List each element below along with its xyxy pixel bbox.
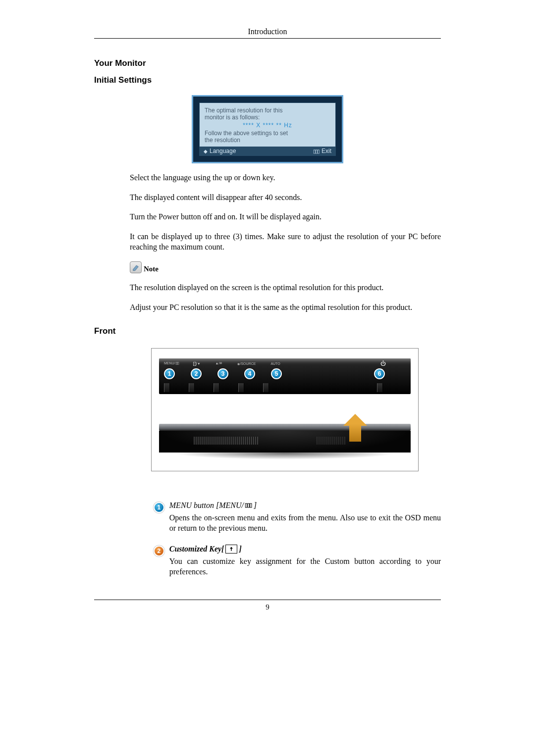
- desc-bullet-1: 1: [154, 502, 164, 513]
- btn-label-down: ▪/▼: [193, 362, 201, 365]
- power-icon: ⏻: [380, 360, 386, 366]
- heading-initial-settings: Initial Settings: [94, 75, 441, 85]
- button-stud: [214, 383, 219, 392]
- osd-dialog: The optimal resolution for this monitor …: [192, 95, 343, 163]
- button-stud: [164, 383, 170, 392]
- osd-line2: monitor is as follows:: [205, 114, 260, 121]
- osd-line4: the resolution: [205, 137, 240, 144]
- btn-label-auto: AUTO: [270, 362, 280, 365]
- button-stud: [189, 383, 195, 392]
- desc-bullet-2: 2: [154, 546, 164, 556]
- para-optimal: The resolution displayed on the screen i…: [130, 282, 441, 293]
- header-rule: [94, 38, 441, 39]
- exit-icon: ▯▯▯: [313, 149, 319, 154]
- up-arrow-icon: [343, 414, 367, 442]
- osd-exit-label: Exit: [321, 148, 331, 154]
- button-stud: [377, 383, 383, 392]
- monitor-bezel: MENU/▯▯▯ ▪/▼ ▲/✵ ◉/SOURCE AUTO ⏻ 1 2 3 4: [159, 358, 411, 394]
- custom-key-icon: [225, 545, 237, 554]
- para-adjust: Adjust your PC resolution so that it is …: [130, 302, 441, 313]
- para-select-language: Select the language using the up or down…: [130, 172, 441, 183]
- note-label: Note: [144, 265, 159, 273]
- svg-rect-0: [245, 504, 247, 507]
- osd-language-label: Language: [210, 148, 236, 154]
- btn-label-up: ▲/✵: [215, 361, 223, 365]
- note-icon: [130, 261, 142, 273]
- heading-front: Front: [94, 326, 441, 336]
- para-power-toggle: Turn the Power button off and on. It wil…: [130, 211, 441, 222]
- front-panel-figure: MENU/▯▯▯ ▪/▼ ▲/✵ ◉/SOURCE AUTO ⏻ 1 2 3 4: [151, 348, 419, 471]
- heading-your-monitor: Your Monitor: [94, 58, 441, 68]
- page-number: 9: [94, 603, 441, 611]
- desc-body-menu-button: Opens the on-screen menu and exits from …: [169, 513, 441, 534]
- para-three-times: It can be displayed up to three (3) time…: [130, 231, 441, 252]
- callout-1: 1: [164, 368, 175, 379]
- menu-glyph-icon: [245, 503, 253, 508]
- monitor-base: [159, 414, 411, 463]
- page-header: Introduction: [94, 27, 441, 38]
- callout-5: 5: [271, 368, 282, 379]
- callout-3: 3: [217, 368, 228, 379]
- callout-6: 6: [374, 368, 385, 379]
- callout-2: 2: [191, 368, 202, 379]
- osd-line1: The optimal resolution for this: [205, 107, 282, 114]
- svg-rect-1: [248, 504, 249, 507]
- desc-title-menu-button: MENU button [MENU/]: [169, 501, 441, 510]
- updown-icon: ◆: [204, 149, 208, 154]
- footer-rule: [94, 600, 441, 600]
- para-disappear: The displayed content will disappear aft…: [130, 192, 441, 203]
- callout-4: 4: [244, 368, 255, 379]
- osd-resolution: **** X **** ** Hz: [205, 122, 330, 129]
- btn-label-source: ◉/SOURCE: [237, 362, 256, 365]
- button-stud: [263, 383, 269, 392]
- desc-title-customized-key: Customized Key[]: [169, 545, 441, 554]
- desc-body-customized-key: You can customize key assignment for the…: [169, 556, 441, 577]
- osd-line3: Follow the above settings to set: [205, 130, 288, 137]
- btn-label-menu: MENU/▯▯▯: [164, 361, 178, 365]
- svg-rect-2: [250, 504, 252, 507]
- button-stud: [238, 383, 244, 392]
